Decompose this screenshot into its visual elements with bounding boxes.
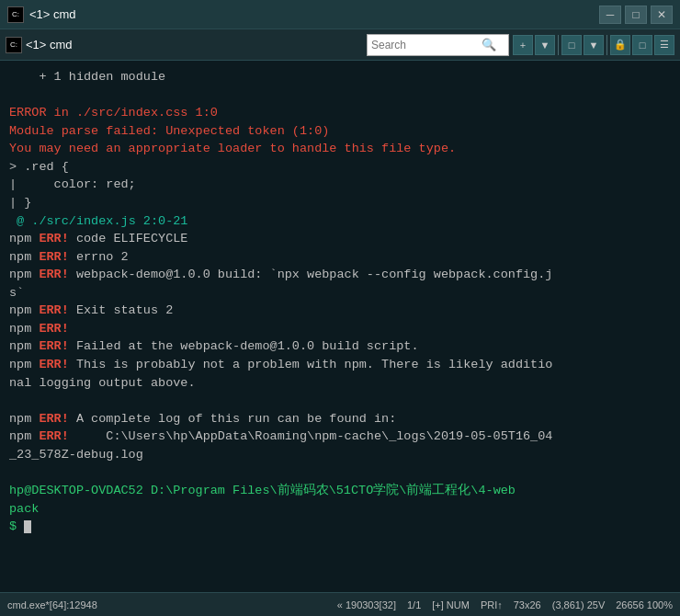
status-zoom: 26656 100%	[616, 599, 673, 610]
line-npm2: npm ERR! errno 2	[9, 248, 671, 267]
line-prompt1: hp@DESKTOP-OVDAC52 D:\Program Files\前端码农…	[9, 482, 671, 500]
status-coords: (3,861) 25V	[552, 599, 605, 610]
status-left: cmd.exe*[64]:12948	[7, 599, 97, 610]
line-npm3b: s`	[9, 284, 671, 302]
tab-bar: C: <1> cmd 🔍 + ▼ □ ▼ 🔒 □ ☰	[0, 29, 680, 61]
line-error2: Module parse failed: Unexpected token (1…	[9, 122, 671, 141]
panel-button[interactable]: □	[632, 35, 652, 55]
status-num: [+] NUM	[432, 599, 470, 610]
line-ref: @ ./src/index.js 2:0-21	[9, 212, 671, 231]
line-npm5: npm ERR!	[9, 320, 671, 338]
search-box[interactable]: 🔍	[367, 34, 509, 56]
line-npm9b: _23_578Z-debug.log	[9, 446, 671, 464]
separator	[558, 35, 559, 55]
status-pos: 1/1	[407, 599, 421, 610]
line-code3: | }	[9, 194, 671, 212]
minimize-button[interactable]: ─	[599, 6, 621, 24]
status-time: « 190303[32]	[337, 599, 396, 610]
tab-icon: C:	[6, 37, 22, 53]
line-npm7: npm ERR! This is probably not a problem …	[9, 356, 671, 374]
cmd-icon: C:	[7, 6, 24, 23]
line-npm6: npm ERR! Failed at the webpack-demo@1.0.…	[9, 337, 671, 356]
line-blank2	[9, 392, 671, 410]
status-right: « 190303[32] 1/1 [+] NUM PRI↑ 73x26 (3,8…	[337, 599, 673, 610]
line-prompt2: pack	[9, 500, 671, 519]
line-npm7b: nal logging output above.	[9, 374, 671, 393]
layout-button[interactable]: □	[561, 35, 582, 55]
line-blank1	[9, 86, 671, 105]
lock-button[interactable]: 🔒	[610, 35, 630, 55]
title-bar-left: C: <1> cmd	[7, 6, 76, 23]
tab-actions: + ▼ □ ▼ 🔒 □ ☰	[513, 35, 674, 55]
title-bar: C: <1> cmd ─ □ ✕	[0, 0, 680, 29]
menu-button[interactable]: ☰	[654, 35, 674, 55]
search-icon: 🔍	[482, 38, 496, 52]
line-npm4: npm ERR! Exit status 2	[9, 302, 671, 320]
maximize-button[interactable]: □	[625, 6, 647, 24]
line-code2: | color: red;	[9, 176, 671, 194]
line-prompt3: $	[9, 518, 671, 536]
status-pri: PRI↑	[481, 599, 503, 610]
status-bar: cmd.exe*[64]:12948 « 190303[32] 1/1 [+] …	[0, 592, 680, 616]
search-input[interactable]	[371, 39, 482, 51]
process-name: cmd.exe*[64]:12948	[7, 599, 97, 610]
line-npm3: npm ERR! webpack-demo@1.0.0 build: `npx …	[9, 266, 671, 284]
line-npm8: npm ERR! A complete log of this run can …	[9, 410, 671, 428]
layout-dropdown-button[interactable]: ▼	[584, 35, 604, 55]
status-size: 73x26	[514, 599, 541, 610]
cursor	[24, 520, 31, 533]
line-code1: > .red {	[9, 158, 671, 177]
tab-dropdown-button[interactable]: ▼	[535, 35, 555, 55]
line-1: + 1 hidden module	[9, 68, 671, 86]
line-blank3	[9, 463, 671, 482]
terminal-output: + 1 hidden module ERROR in ./src/index.c…	[0, 61, 680, 592]
window-controls: ─ □ ✕	[599, 6, 673, 24]
line-npm9: npm ERR! C:\Users\hp\AppData\Roaming\npm…	[9, 428, 671, 446]
line-npm1: npm ERR! code ELIFECYCLE	[9, 230, 671, 248]
line-error3: You may need an appropriate loader to ha…	[9, 140, 671, 158]
separator2	[606, 35, 607, 55]
new-tab-button[interactable]: +	[513, 35, 533, 55]
tab-label[interactable]: <1> cmd	[26, 38, 73, 51]
close-button[interactable]: ✕	[651, 6, 673, 24]
line-error1: ERROR in ./src/index.css 1:0	[9, 104, 671, 122]
window-title: <1> cmd	[29, 7, 76, 21]
